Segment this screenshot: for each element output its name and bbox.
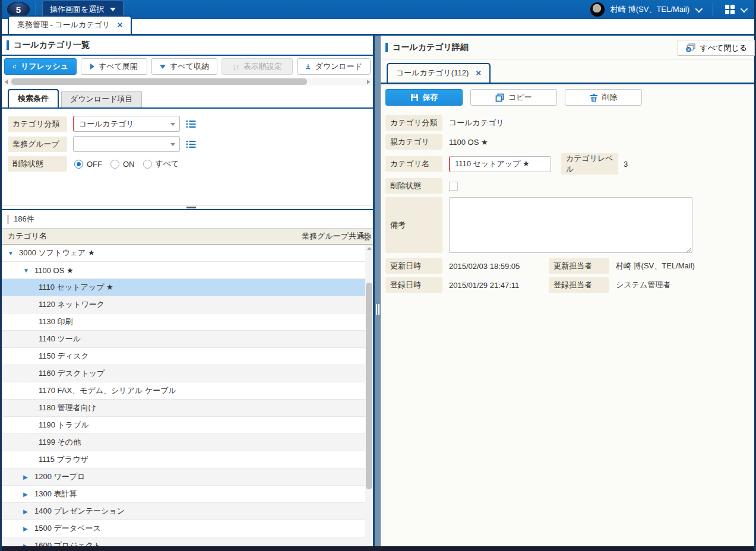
updated-by-label: 更新担当者 [549, 258, 609, 274]
close-icon[interactable]: × [476, 69, 481, 77]
close-all-button[interactable]: すべて閉じる [678, 40, 755, 56]
expander-icon[interactable]: ▼ [23, 267, 30, 274]
delete-button[interactable]: 削除 [565, 89, 642, 106]
chevron-down-icon[interactable] [695, 5, 703, 12]
table-row[interactable]: ▶ 1500 データベース [2, 520, 365, 537]
table-row[interactable]: ▶ 1200 ワープロ [2, 468, 365, 486]
list-picker-icon[interactable] [186, 140, 196, 148]
refresh-button[interactable]: リフレッシュ [4, 58, 77, 75]
save-label: 保存 [423, 92, 438, 103]
created-by-label: 登録担当者 [549, 277, 609, 293]
apps-grid-icon[interactable] [725, 5, 735, 14]
caret-down-icon [110, 8, 116, 11]
topbar-divider [713, 3, 713, 16]
expand-all-button[interactable]: すべて展開 [81, 58, 147, 75]
table-row[interactable]: ▶ 1600 プロジェクト [2, 537, 365, 546]
radio-option[interactable]: すべて [143, 159, 179, 169]
note-textarea[interactable] [449, 197, 692, 253]
splitter-handle[interactable] [376, 304, 379, 315]
updated-at-label: 更新日時 [385, 258, 442, 274]
vertical-scrollbar[interactable] [365, 245, 373, 546]
scroll-up-arrow[interactable] [367, 247, 372, 250]
expander-icon[interactable]: ▶ [23, 491, 30, 498]
copy-icon [495, 93, 504, 102]
category-class-dropdown[interactable]: コールカテゴリ [73, 116, 180, 132]
horizontal-scrollbar[interactable] [3, 78, 372, 86]
list-picker-icon[interactable] [186, 120, 196, 128]
expander-icon[interactable]: ▶ [23, 474, 30, 480]
table-row[interactable]: 1130 印刷 [2, 314, 365, 331]
table-row[interactable]: 1190 トラブル [2, 417, 365, 434]
download-button[interactable]: ダウンロード [297, 58, 371, 75]
table-row[interactable]: 1160 デスクトップ [2, 365, 365, 382]
refresh-icon [12, 62, 17, 71]
close-icon[interactable]: × [117, 21, 122, 28]
save-button[interactable]: 保存 [385, 89, 463, 106]
table-row[interactable]: ▼ 1100 OS ★ [2, 262, 365, 279]
avatar[interactable] [590, 2, 605, 17]
category-list-panel: コールカテゴリ一覧 リフレッシュ すべて展開 すべて収納 [2, 36, 375, 546]
parent-category-value: 1100 OS ★ [449, 138, 488, 147]
table-row[interactable]: ▶ 1400 プレゼンテーション [2, 503, 365, 520]
table-row[interactable]: 1180 管理者向け [2, 400, 365, 417]
table-row[interactable]: 1170 FAX、モデム、シリアル ケーブル [2, 382, 365, 400]
radio-option[interactable]: ON [110, 160, 135, 169]
expander-icon[interactable]: ▶ [23, 508, 30, 515]
gear-icon[interactable] [362, 232, 372, 242]
copy-button[interactable]: コピー [470, 89, 557, 106]
table-row[interactable]: 1150 ディスク [2, 348, 365, 365]
expander-icon[interactable]: ▼ [8, 250, 15, 256]
column-business-group-common[interactable]: 業務グループ共通 [302, 231, 364, 242]
radio-label: OFF [87, 160, 102, 169]
scroll-left-arrow[interactable] [5, 80, 8, 84]
header-accent-bar [385, 43, 388, 52]
table-row[interactable]: 1110 セットアップ ★ [2, 279, 365, 296]
table-row[interactable]: 1120 ネットワーク [2, 296, 365, 314]
user-name[interactable]: 村崎 博(SV、TEL/Mail) [611, 4, 689, 15]
search-tabs: 検索条件 ダウンロード項目 [2, 89, 373, 109]
table-row[interactable]: 1115 ブラウザ [2, 451, 365, 468]
scrollbar-thumb[interactable] [366, 283, 372, 489]
dropdown-caret-icon [170, 123, 175, 126]
list-panel-title: コールカテゴリ一覧 [14, 40, 90, 50]
tab-call-category-112[interactable]: コールカテゴリ(112) × [387, 63, 491, 83]
expander-icon[interactable]: ▶ [23, 543, 30, 547]
radio-circle[interactable] [143, 160, 152, 169]
scrollbar-thumb[interactable] [11, 78, 307, 85]
table-row[interactable]: ▶ 1300 表計算 [2, 486, 365, 503]
panel-splitter-vertical[interactable] [375, 36, 381, 546]
radio-circle[interactable] [110, 160, 119, 169]
business-group-dropdown[interactable] [73, 136, 180, 152]
scroll-right-arrow[interactable] [367, 80, 370, 84]
category-class-value: コールカテゴリ [449, 118, 504, 128]
splitter-handle[interactable] [186, 207, 196, 208]
table-row[interactable]: ▼ 3000 ソフトウェア ★ [2, 245, 365, 262]
panel-splitter-horizontal[interactable] [2, 205, 373, 210]
triangle-right-icon [90, 64, 94, 69]
created-at-value: 2015/01/29 21:47:11 [449, 281, 549, 290]
delete-state-checkbox[interactable] [449, 182, 458, 191]
chevron-down-icon[interactable] [741, 5, 748, 12]
row-label: 1110 セットアップ ★ [39, 282, 113, 293]
result-count-bar: 186件 [2, 210, 373, 228]
category-name-input[interactable] [449, 156, 551, 172]
column-category-name[interactable]: カテゴリ名 [2, 231, 47, 242]
expand-all-label: すべて展開 [99, 61, 138, 72]
row-label: 1140 ツール [39, 334, 81, 344]
copy-label: コピー [508, 92, 532, 103]
list-toolbar: リフレッシュ すべて展開 すべて収納 ↓↑ 表示順設定 [2, 56, 373, 77]
row-label: 3000 ソフトウェア ★ [19, 248, 95, 258]
expander-icon[interactable]: ▶ [23, 525, 30, 532]
row-label: 1115 ブラウザ [39, 454, 88, 465]
display-order-button[interactable]: ↓↑ 表示順設定 [222, 58, 293, 75]
radio-circle[interactable] [74, 160, 83, 169]
radio-option[interactable]: OFF [74, 160, 102, 169]
tab-download-items[interactable]: ダウンロード項目 [61, 91, 142, 107]
collapse-all-button[interactable]: すべて収納 [151, 58, 218, 75]
table-row[interactable]: 1199 その他 [2, 434, 365, 451]
resize-grip-icon[interactable] [686, 247, 691, 252]
table-row[interactable]: 1140 ツール [2, 331, 365, 348]
tab-search-conditions[interactable]: 検索条件 [8, 89, 59, 107]
row-label: 1150 ディスク [39, 351, 89, 362]
tab-business-management[interactable]: 業務管理 - コールカテゴリ × [8, 15, 132, 34]
